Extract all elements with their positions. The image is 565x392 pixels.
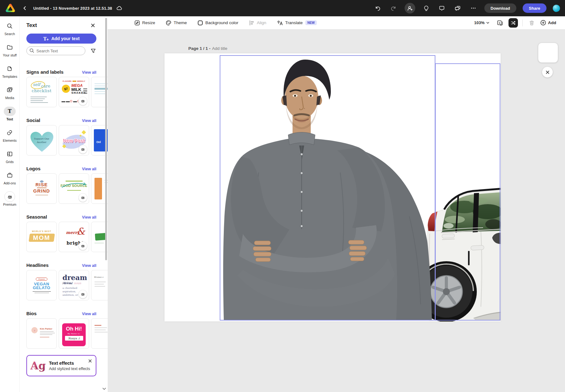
template-card-partial[interactable]	[91, 318, 108, 349]
more-options-icon[interactable]	[469, 3, 478, 13]
add-page-button[interactable]: Add	[540, 20, 556, 26]
text-effects-banner[interactable]: Ag Text effects Add stylized text effect…	[26, 355, 96, 376]
text-panel: Text T Add your text Signs and labelsVie…	[20, 16, 108, 392]
template-card-vegan-gelato[interactable]: Organic VEGAN GELATO	[26, 270, 57, 300]
section-title: Social	[26, 118, 40, 123]
shuffle-icon	[510, 20, 516, 26]
share-button[interactable]: Share	[523, 3, 546, 13]
comment-icon[interactable]	[437, 3, 447, 13]
panel-scrollbar[interactable]	[105, 18, 107, 260]
rail-item-search[interactable]: Search	[0, 20, 19, 41]
template-card-support-heart[interactable]: Support One Another	[26, 125, 57, 156]
template-card-kim-parker[interactable]: ♪ Kim Parker	[26, 318, 57, 349]
back-button[interactable]	[20, 3, 30, 13]
media-icon	[7, 87, 13, 93]
svg-text:Ag: Ag	[30, 360, 46, 372]
rail-item-grids[interactable]: Grids	[0, 148, 19, 169]
translate-button[interactable]: Translate NEW	[277, 20, 316, 26]
grid-icon	[7, 151, 13, 157]
view-all-link[interactable]: View all	[82, 70, 96, 75]
banner-close-button[interactable]	[87, 358, 94, 364]
pages-overview-button[interactable]: 1	[495, 18, 505, 28]
template-card-oh-hi[interactable]: Oh Hi! My Name is: Nonya :)	[59, 318, 89, 349]
undo-button[interactable]	[373, 3, 383, 13]
view-all-link[interactable]: View all	[82, 119, 96, 123]
trash-icon	[529, 20, 535, 26]
rail-item-add-ons[interactable]: Add-ons	[0, 169, 19, 190]
rail-item-premium[interactable]: Premium	[0, 190, 19, 212]
background-color-button[interactable]: Background color	[197, 20, 238, 26]
delete-page-button[interactable]	[527, 18, 536, 28]
template-card-dream-definition[interactable]: dream /drēm/noun a cherished aspiration,…	[59, 270, 89, 300]
page-indicator: Page 1 / 1 -Add title	[188, 46, 227, 51]
download-button[interactable]: Download	[484, 3, 516, 13]
canvas-page[interactable]	[164, 53, 501, 321]
view-all-link[interactable]: View all	[82, 263, 96, 268]
template-card-worlds-best-mom[interactable]: WORLD'S BEST MOM	[26, 222, 57, 252]
rail-item-templates[interactable]: Templates	[0, 62, 19, 84]
canvas-workspace: Page 1 / 1 -Add title	[108, 29, 565, 392]
view-all-link[interactable]: View all	[82, 312, 96, 316]
redo-button[interactable]	[389, 3, 398, 13]
background-color-icon	[197, 20, 203, 26]
rail-item-text[interactable]: T Text	[0, 105, 19, 126]
search-text-field[interactable]	[26, 46, 85, 55]
left-navigation-rail: Search Your stuff Templates Media T Text…	[0, 16, 20, 392]
cloud-save-icon[interactable]	[115, 3, 124, 13]
panel-close-button[interactable]	[89, 22, 96, 29]
template-card-mega-milkshakes[interactable]: FLAVORSWEEKLY $7 MEGAMILKSHAKES	[59, 77, 89, 107]
section-title: Seasonal	[26, 214, 47, 220]
account-avatar[interactable]	[553, 5, 560, 12]
align-button[interactable]: Align	[249, 20, 266, 26]
template-card-food-source[interactable]: FOOD SOURCE	[59, 173, 89, 204]
adobe-express-editor: Untitled - 13 November 2023 at 12.51.38	[0, 0, 565, 392]
template-card-merry-bright[interactable]: merry & bright	[59, 222, 89, 252]
invite-people-button[interactable]	[405, 3, 415, 13]
premium-crown-badge	[78, 145, 87, 154]
sparkle-icon	[82, 130, 86, 135]
premium-crown-badge	[78, 290, 87, 299]
align-icon	[249, 20, 255, 26]
close-pages-panel-button[interactable]	[542, 67, 553, 77]
document-title[interactable]: Untitled - 13 November 2023 at 12.51.38	[33, 6, 112, 11]
premium-crown-badge	[78, 193, 87, 202]
premium-crown-badge	[78, 97, 87, 105]
section-title: Signs and labels	[26, 69, 63, 75]
resize-button[interactable]: Resize	[134, 20, 155, 26]
top-bar: Untitled - 13 November 2023 at 12.51.38	[0, 0, 565, 16]
translate-icon	[277, 20, 283, 26]
template-card-self-care-checklist[interactable]: selfcare checklist	[26, 77, 57, 107]
scroll-down-chevron-icon[interactable]	[102, 387, 106, 390]
text-plus-icon: T	[43, 36, 49, 41]
page-thumbnail[interactable]	[538, 43, 558, 63]
feedback-bubbles-icon[interactable]	[453, 3, 462, 13]
palette-icon	[166, 20, 171, 26]
view-all-link[interactable]: View all	[82, 215, 96, 220]
search-text-input[interactable]	[26, 46, 85, 55]
svg-text:1: 1	[499, 21, 500, 24]
add-title-placeholder[interactable]: Add title	[212, 46, 228, 51]
template-card-new-post[interactable]: New Post	[59, 125, 89, 156]
zoom-level-dropdown[interactable]: 103%	[474, 20, 490, 25]
adobe-express-logo[interactable]	[5, 3, 16, 13]
premium-crown-badge	[78, 241, 87, 250]
new-badge: NEW	[305, 20, 316, 25]
filter-icon[interactable]	[90, 48, 96, 54]
ideas-lightbulb-icon[interactable]	[422, 3, 431, 13]
theme-button[interactable]: Theme	[166, 20, 187, 26]
selection-box-car-image[interactable]	[435, 63, 500, 320]
view-all-link[interactable]: View all	[82, 167, 96, 171]
add-your-text-button[interactable]: T Add your text	[26, 34, 96, 44]
panel-title: Text	[26, 22, 37, 29]
rail-item-elements[interactable]: Elements	[0, 126, 19, 148]
chevron-down-icon	[486, 21, 490, 25]
template-card-rise-grind[interactable]: RISE GRIND	[26, 173, 57, 204]
rail-item-your-stuff[interactable]: Your stuff	[0, 41, 19, 62]
rail-item-media[interactable]: Media	[0, 84, 19, 105]
remix-button[interactable]	[508, 18, 518, 28]
avatar: ♪	[31, 327, 38, 333]
template-card-partial[interactable]: Women o	[91, 270, 108, 300]
template-icon	[7, 66, 13, 72]
section-title: Logos	[26, 166, 40, 171]
selection-box-man-image[interactable]	[220, 55, 435, 320]
